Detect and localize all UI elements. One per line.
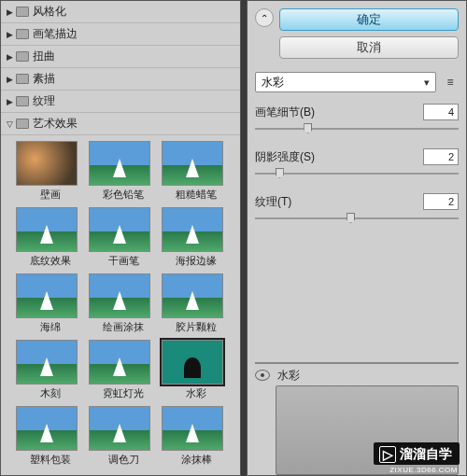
slider-value-input[interactable]: 2 (423, 148, 459, 165)
chevron-right-icon: ▶ (7, 52, 16, 62)
slider-handle[interactable] (347, 213, 355, 223)
collapse-toggle[interactable]: ⌃ (255, 8, 274, 27)
thumb-label: 涂抹棒 (162, 453, 231, 467)
thumb-image (89, 273, 150, 318)
thumb-image (89, 406, 150, 451)
chevron-up-icon: ⌃ (261, 13, 268, 23)
thumb-水彩[interactable]: 水彩 (162, 340, 231, 400)
thumb-海报边缘[interactable]: 海报边缘 (162, 207, 231, 268)
slider-group: 阴影强度(S)2 (255, 148, 459, 180)
thumb-image (16, 273, 78, 318)
thumb-image (162, 273, 223, 318)
chevron-down-icon: ▽ (7, 119, 16, 129)
cancel-button[interactable]: 取消 (279, 36, 459, 59)
thumb-label: 胶片颗粒 (162, 320, 231, 334)
tree-label: 艺术效果 (33, 116, 78, 132)
thumb-彩色铅笔[interactable]: 彩色铅笔 (89, 141, 158, 202)
filter-select[interactable]: 水彩 (255, 72, 436, 92)
filter-tree-panel: ▶ 风格化 ▶ 画笔描边 ▶ 扭曲 ▶ 素描 ▶ 纹理 (0, 0, 241, 476)
folder-icon (16, 7, 29, 17)
filter-select-value: 水彩 (262, 75, 284, 91)
slider-line (255, 128, 459, 130)
tree-item-wenli[interactable]: ▶ 纹理 (1, 91, 240, 113)
thumb-label: 壁画 (16, 188, 85, 202)
thumb-image (16, 406, 78, 451)
tree-item-niuqu[interactable]: ▶ 扭曲 (1, 46, 240, 68)
thumb-label: 塑料包装 (16, 453, 85, 467)
chevron-right-icon: ▶ (7, 97, 16, 106)
ok-button[interactable]: 确定 (279, 8, 459, 31)
slider-group: 纹理(T)2 (255, 193, 459, 225)
chevron-right-icon: ▶ (7, 75, 16, 84)
tree-label: 纹理 (33, 93, 55, 109)
slider-group: 画笔细节(B)4 (255, 104, 459, 135)
thumb-label: 干画笔 (89, 254, 158, 268)
folder-icon (16, 96, 29, 106)
logo-text: 溜溜自学 (400, 446, 452, 461)
slider-label: 阴影强度(S) (255, 149, 315, 165)
menu-icon[interactable]: ≡ (442, 74, 459, 91)
thumb-胶片颗粒[interactable]: 胶片颗粒 (162, 273, 231, 334)
slider-handle[interactable] (304, 123, 312, 133)
folder-icon (16, 74, 29, 84)
chevron-right-icon: ▶ (7, 30, 16, 39)
tree-item-huabimiaobian[interactable]: ▶ 画笔描边 (1, 23, 240, 46)
thumb-绘画涂抹[interactable]: 绘画涂抹 (89, 273, 158, 334)
chevron-right-icon: ▶ (7, 7, 16, 17)
thumb-海绵[interactable]: 海绵 (16, 273, 85, 334)
tree-label: 风格化 (33, 4, 66, 20)
settings-panel: ⌃ 确定 取消 水彩 ≡ 画笔细节(B)4阴影强度(S)2纹理(T)2 水彩 (247, 0, 467, 476)
thumb-涂抹棒[interactable]: 涂抹棒 (162, 406, 231, 467)
folder-icon (16, 29, 29, 39)
thumb-image (89, 141, 150, 186)
thumb-木刻[interactable]: 木刻 (16, 340, 85, 400)
thumb-image (162, 141, 223, 186)
thumbnail-grid: 壁画彩色铅笔粗糙蜡笔底纹效果干画笔海报边缘海绵绘画涂抹胶片颗粒木刻霓虹灯光水彩塑… (1, 135, 240, 475)
slider-label: 纹理(T) (255, 194, 291, 210)
folder-icon (16, 119, 29, 129)
thumb-壁画[interactable]: 壁画 (16, 141, 85, 202)
slider-track[interactable] (255, 212, 459, 225)
tree-item-yishuxiaoguo[interactable]: ▽ 艺术效果 (1, 113, 240, 135)
thumb-label: 木刻 (16, 386, 85, 400)
thumb-image (16, 340, 78, 385)
thumb-image (89, 340, 150, 385)
thumb-label: 海绵 (16, 320, 85, 334)
slider-label: 画笔细节(B) (255, 105, 315, 120)
thumb-label: 海报边缘 (162, 254, 231, 268)
thumb-label: 霓虹灯光 (89, 386, 158, 400)
thumb-image (162, 340, 223, 385)
visibility-eye-icon[interactable] (255, 370, 270, 381)
tree-item-fenggehua[interactable]: ▶ 风格化 (1, 1, 240, 23)
category-tree: ▶ 风格化 ▶ 画笔描边 ▶ 扭曲 ▶ 素描 ▶ 纹理 (1, 1, 240, 135)
watermark-logo: 溜溜自学 (374, 442, 460, 465)
thumb-image (89, 207, 150, 252)
thumb-label: 水彩 (162, 386, 231, 400)
tree-label: 素描 (33, 71, 55, 87)
thumb-label: 底纹效果 (16, 254, 85, 268)
tree-label: 扭曲 (33, 49, 55, 64)
slider-value-input[interactable]: 2 (423, 193, 459, 210)
slider-value-input[interactable]: 4 (423, 104, 459, 120)
thumb-底纹效果[interactable]: 底纹效果 (16, 207, 85, 268)
thumb-粗糙蜡笔[interactable]: 粗糙蜡笔 (162, 141, 231, 202)
thumb-干画笔[interactable]: 干画笔 (89, 207, 158, 268)
thumb-霓虹灯光[interactable]: 霓虹灯光 (89, 340, 158, 400)
slider-track[interactable] (255, 122, 459, 135)
thumb-塑料包装[interactable]: 塑料包装 (16, 406, 85, 467)
slider-track[interactable] (255, 167, 459, 180)
slider-line (255, 217, 459, 219)
thumb-image (16, 141, 78, 186)
thumb-label: 粗糙蜡笔 (162, 188, 231, 202)
tree-item-sumiao[interactable]: ▶ 素描 (1, 68, 240, 91)
preview-label: 水彩 (277, 368, 459, 384)
slider-handle[interactable] (276, 168, 284, 178)
folder-icon (16, 51, 29, 62)
thumb-image (162, 207, 223, 252)
thumb-调色刀[interactable]: 调色刀 (89, 406, 158, 467)
tree-label: 画笔描边 (33, 26, 78, 42)
thumb-image (16, 207, 78, 252)
thumb-image (162, 406, 223, 451)
watermark-sub: ZIXUE.3D66.COM (389, 466, 458, 474)
thumb-label: 绘画涂抹 (89, 320, 158, 334)
